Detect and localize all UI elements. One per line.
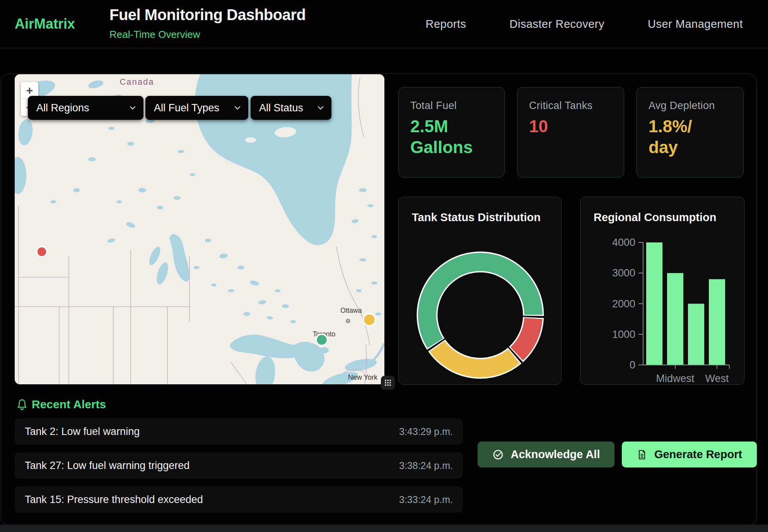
stat-card-critical-tanks: Critical Tanks 10: [517, 87, 624, 177]
regional-consumption-bar-chart: 01000200030004000MidwestWest: [580, 197, 745, 385]
tank-status-distribution-card: Tank Status Distribution: [398, 197, 561, 385]
stat-label: Critical Tanks: [529, 100, 592, 112]
alert-timestamp: 3:33:24 p.m.: [399, 494, 453, 505]
acknowledge-all-label: Acknowledge All: [511, 448, 600, 461]
bell-icon: [16, 398, 28, 411]
grip-dots-icon: [384, 379, 392, 387]
page-title: Fuel Monitoring Dashboard: [109, 6, 305, 24]
map-label-new-york: New York: [348, 373, 378, 381]
nav-item-reports[interactable]: Reports: [425, 18, 466, 31]
stat-value-critical-tanks: 10: [529, 116, 548, 137]
acknowledge-all-button[interactable]: Acknowledge All: [478, 442, 614, 467]
alert-row[interactable]: Tank 15: Pressure threshold exceeded 3:3…: [15, 486, 463, 513]
chevron-down-icon: [317, 106, 324, 110]
window-bottom-strip: [0, 525, 768, 532]
status-filter-select[interactable]: All Status: [251, 96, 331, 120]
svg-text:0: 0: [630, 359, 635, 371]
page-subtitle: Real-Time Overview: [109, 29, 200, 41]
map-geography: Canada Ottawa Toronto New York: [15, 74, 384, 384]
normal-tank-marker[interactable]: [316, 334, 328, 346]
alert-timestamp: 3:38:24 p.m.: [399, 460, 453, 471]
capital-symbol-dot: [347, 320, 348, 321]
critical-tank-marker[interactable]: [37, 247, 47, 257]
alert-row[interactable]: Tank 27: Low fuel warning triggered 3:38…: [15, 452, 463, 479]
recent-alerts-title: Recent Alerts: [32, 398, 106, 411]
alert-message: Tank 27: Low fuel warning triggered: [25, 460, 189, 472]
stat-label: Avg Depletion: [649, 100, 715, 112]
generate-report-label: Generate Report: [654, 448, 742, 461]
svg-text:1000: 1000: [612, 329, 635, 340]
nav-item-disaster-recovery[interactable]: Disaster Recovery: [510, 18, 604, 31]
map-label-ottawa: Ottawa: [340, 307, 362, 314]
stat-value-avg-depletion: 1.8%/​day: [649, 116, 707, 157]
alert-row[interactable]: Tank 2: Low fuel warning 3:43:29 p.m.: [15, 418, 463, 445]
svg-text:West: West: [705, 373, 729, 384]
status-filter-value: All Status: [259, 102, 303, 114]
svg-text:4000: 4000: [612, 237, 635, 248]
svg-text:Midwest: Midwest: [656, 373, 695, 384]
alert-message: Tank 2: Low fuel warning: [25, 426, 140, 438]
chevron-down-icon: [130, 106, 136, 110]
stat-value-total-fuel: 2.5M Gallons: [410, 116, 493, 157]
svg-text:3000: 3000: [612, 267, 635, 279]
region-filter-value: All Regions: [36, 102, 89, 114]
svg-text:2000: 2000: [612, 298, 635, 310]
chevron-down-icon: [234, 106, 241, 110]
document-icon: [637, 449, 647, 460]
map-canvas[interactable]: Canada Ottawa Toronto New York: [15, 74, 384, 384]
nav-item-user-management[interactable]: User Management: [648, 18, 743, 31]
fuel-monitoring-dashboard: AirMatrix Fuel Monitoring Dashboard Real…: [0, 0, 768, 532]
stat-card-avg-depletion: Avg Depletion 1.8%/​day: [637, 87, 744, 177]
regional-consumption-card: Regional Consumption 01000200030004000Mi…: [580, 197, 744, 385]
alert-timestamp: 3:43:29 p.m.: [399, 426, 453, 437]
app-header: AirMatrix Fuel Monitoring Dashboard Real…: [0, 0, 768, 48]
alert-message: Tank 15: Pressure threshold exceeded: [25, 494, 203, 506]
main-nav: Reports Disaster Recovery User Managemen…: [425, 0, 743, 48]
fuel-type-filter-select[interactable]: All Fuel Types: [145, 96, 248, 120]
stat-label: Total Fuel: [410, 100, 457, 112]
generate-report-button[interactable]: Generate Report: [622, 442, 757, 467]
warning-tank-marker[interactable]: [364, 314, 375, 326]
fuel-type-filter-value: All Fuel Types: [154, 102, 219, 114]
map-label-canada: Canada: [119, 77, 154, 87]
brand-logo[interactable]: AirMatrix: [15, 0, 75, 48]
region-filter-select[interactable]: All Regions: [28, 96, 143, 120]
check-circle-icon: [492, 449, 504, 460]
stat-card-total-fuel: Total Fuel 2.5M Gallons: [398, 87, 505, 177]
tank-status-donut-chart: [399, 220, 562, 385]
map-drag-handle[interactable]: [381, 376, 395, 390]
